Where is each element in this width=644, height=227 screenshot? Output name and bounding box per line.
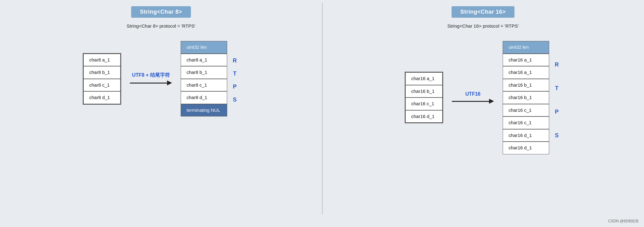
left-panel: String<Char 8> String<Char 8> protocol =…	[0, 0, 322, 227]
right-rtps-cell-3: char16 b_1	[503, 91, 549, 104]
left-rtps-header: uint32 len	[181, 41, 227, 54]
right-arrow-container: UTF16	[452, 91, 494, 104]
left-rtps-cell-2: char8 c_1	[181, 79, 227, 92]
right-rtps-cell-4: char16 c_1	[503, 104, 549, 117]
left-rtps-cell-1: char8 b_1	[181, 66, 227, 79]
right-panel-title: String<Char 16>	[452, 6, 514, 18]
left-rtps-box: uint32 len char8 a_1 char8 b_1 char8 c_1…	[181, 41, 239, 116]
left-rtps-letter-s: S	[230, 93, 239, 106]
right-source-cell-0: char16 a_1	[405, 72, 443, 85]
left-source-cell-1: char8 b_1	[83, 66, 121, 79]
left-rtps-letters: R T P S	[230, 41, 239, 106]
right-rtps-cell-1: char16 a_1	[503, 66, 549, 79]
right-arrow	[452, 99, 494, 104]
left-rtps-letter-r: R	[230, 54, 239, 67]
left-rtps-terminating: terminating NUL	[181, 104, 227, 117]
right-source-cell-3: char16 d_1	[405, 110, 443, 123]
main-container: String<Char 8> String<Char 8> protocol =…	[0, 0, 644, 227]
right-rtps-letter-p: P	[552, 100, 561, 124]
right-rtps-cell-7: char16 d_1	[503, 142, 549, 154]
right-rtps-header: uint32 len	[503, 41, 549, 54]
left-source-cell-2: char8 c_1	[83, 79, 121, 92]
left-source-box: char8 a_1 char8 b_1 char8 c_1 char8 d_1	[83, 53, 121, 105]
left-arrow-label: UTF8 + 结尾字符	[132, 72, 170, 79]
left-rtps-letter-p: P	[230, 80, 239, 93]
right-rtps-letter-spacer	[552, 41, 561, 53]
right-source-cell-2: char16 c_1	[405, 98, 443, 110]
left-diagram-row: char8 a_1 char8 b_1 char8 c_1 char8 d_1 …	[83, 41, 239, 116]
left-rtps-cell-3: char8 d_1	[181, 91, 227, 104]
left-rtps-table: uint32 len char8 a_1 char8 b_1 char8 c_1…	[181, 41, 227, 116]
right-rtps-table: uint32 len char16 a_1 char16 a_1 char16 …	[503, 41, 549, 154]
left-arrow-container: UTF8 + 结尾字符	[130, 72, 172, 85]
right-panel: String<Char 16> String<Char 16> protocol…	[322, 0, 644, 227]
right-diagram-row: char16 a_1 char16 b_1 char16 c_1 char16 …	[405, 41, 561, 154]
right-rtps-cell-5: char16 c_1	[503, 116, 549, 129]
left-rtps-letter-spacer	[230, 41, 239, 54]
left-arrow-head	[167, 80, 172, 85]
right-rtps-letter-s: S	[552, 124, 561, 147]
left-arrow-line	[130, 83, 167, 84]
right-rtps-letter-t: T	[552, 76, 561, 100]
right-rtps-cell-6: char16 d_1	[503, 129, 549, 142]
left-rtps-letter-t: T	[230, 67, 239, 80]
right-rtps-box: uint32 len char16 a_1 char16 a_1 char16 …	[503, 41, 561, 154]
right-source-box: char16 a_1 char16 b_1 char16 c_1 char16 …	[405, 72, 443, 123]
right-rtps-cell-0: char16 a_1	[503, 54, 549, 66]
right-source-cell-1: char16 b_1	[405, 85, 443, 98]
right-rtps-letters: R T P S	[552, 41, 561, 147]
right-rtps-letter-r: R	[552, 53, 561, 76]
left-panel-title: String<Char 8>	[131, 6, 191, 18]
right-arrow-line	[452, 101, 489, 102]
right-arrow-label: UTF16	[465, 91, 481, 97]
left-source-cell-0: char8 a_1	[83, 54, 121, 66]
right-protocol-label: String<Char 16> protocol = 'RTPS'	[447, 23, 518, 29]
left-rtps-cell-0: char8 a_1	[181, 54, 227, 66]
right-rtps-cell-2: char16 b_1	[503, 79, 549, 92]
left-arrow	[130, 80, 172, 85]
right-arrow-head	[489, 99, 494, 104]
watermark: CSDN @经纬恒润	[608, 219, 638, 224]
left-protocol-label: String<Char 8> protocol = 'RTPS'	[127, 23, 196, 29]
left-source-cell-3: char8 d_1	[83, 91, 121, 104]
